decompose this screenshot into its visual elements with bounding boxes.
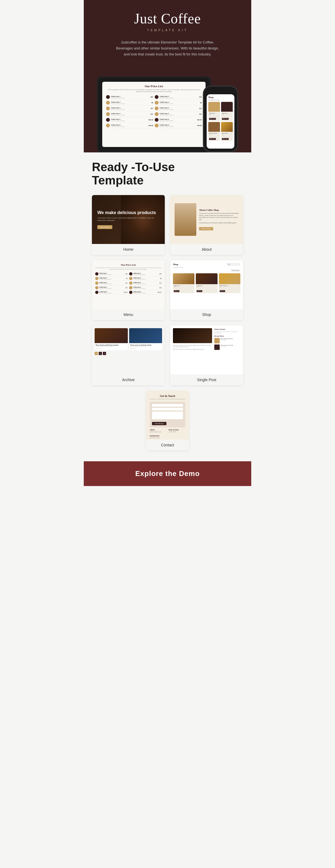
about-preview: About Coffee Shop Lorem ipsum as simple … [170,195,243,244]
explore-demo-button[interactable]: Explore the Demo [94,469,241,478]
shop-product-grid: Cappuccino $18 Add to cart Cappuccino $1… [208,102,233,141]
recent-post-thumbnail [214,338,220,343]
menu-item-icon [95,281,99,285]
add-to-cart-button[interactable]: Add to cart [222,138,229,140]
shop-title: Shop [208,96,233,99]
header-description: Justcoffee is the ultimate Elementor Tem… [113,39,222,57]
single-post-main: Lorem ipsum dolor sit amet, consectetur … [173,328,212,372]
page-btn-2[interactable]: 2 [99,352,102,355]
price-row: Coffee Item 1 Chocolate, Vanilla, Fruitb… [106,94,202,128]
address-title: Address [150,429,166,431]
single-post-template-card[interactable]: Lorem ipsum dolor sit amet, consectetur … [170,326,243,385]
single-post-content: Lorem ipsum dolor sit amet, consectetur … [173,344,212,348]
contact-preview-container: Get In Touch Lorem ipsum is simply dummy… [146,391,189,440]
product-card: Latte Coffee $15 Add to cart [221,122,233,141]
shop-sort-dropdown[interactable]: Default sorting [230,269,241,272]
archive-post-image [129,328,162,343]
about-template-card[interactable]: About Coffee Shop Lorem ipsum as simple … [170,195,243,255]
shop-preview-title: Shop [173,263,178,266]
coffee-icon [155,101,159,104]
coffee-icon [106,95,110,99]
about-cta-button[interactable]: Read all Articles [199,227,213,230]
product-card: Cappuccino $18 Add to cart [173,273,194,293]
price-list-title: Our Price List [106,85,202,88]
price-item: Coffee Item 1 Chocolate, Vanilla, Fruitb… [106,94,153,100]
product-card: Cappuccino $18 Add to cart [208,102,220,121]
page-btn-1[interactable]: 1 [94,352,98,355]
add-to-cart-button[interactable]: Add to cart [222,118,229,120]
contact-description: Lorem ipsum is simply dummy text of the … [150,398,186,400]
archive-template-card[interactable]: Many desktop publishing packages Lorem i… [92,326,165,385]
email-field[interactable] [152,408,183,410]
read-more-link[interactable]: Read more → [96,348,127,349]
menu-item-icon [129,286,133,289]
explore-demo-section[interactable]: Explore the Demo [84,461,251,486]
address-value: 1234 Street Name, City [150,431,166,433]
template-grid-row4: Get In Touch Lorem ipsum is simply dummy… [92,391,243,451]
contact-template-label: Contact [146,440,189,451]
template-grid-row1: We make delicious products Lorem ipsum d… [92,195,243,255]
add-to-cart-button[interactable]: Add to cart [209,118,216,120]
shop-preview-subtitle: Showing all 6 results [173,267,241,268]
menu-item: Coffee Item 5 Chocolate, Vanilla, Fruitb… [95,290,128,295]
single-post-template-label: Single Post [170,374,243,385]
shop-search-box[interactable]: 🔍 [227,263,241,266]
price-list-preview: Our Price List Sed ut perspiciatis unde … [102,82,205,131]
add-to-cart-button[interactable]: Add to cart [209,138,216,140]
coffee-icon [106,124,110,127]
menu-item: Coffee Item 3 Chocolate, Vanilla, Fruitb… [129,281,162,285]
menu-preview-container: Our Price List Sed ut perspiciatis unde … [92,260,165,309]
coffee-icon [106,106,110,110]
home-cta-button[interactable]: See the shop [97,225,112,229]
read-more-link[interactable]: Read more → [130,348,161,349]
recent-post-thumbnail [214,344,220,350]
shop-template-card[interactable]: Shop 🔍 Showing all 6 results Default sor… [170,260,243,320]
shop-preview-mini: Shop Showing all 6 results Cappuccino $1… [207,94,234,143]
message-field[interactable] [152,411,183,419]
menu-item-icon [129,291,133,294]
device-preview-section: Our Price List Sed ut perspiciatis unde … [84,71,251,152]
page-btn-3[interactable]: 3 [103,352,106,355]
price-col-right: Coffee Item 1 Chocolate, Vanilla, Fruitb… [155,94,202,128]
add-to-cart-button[interactable]: Add to cart [220,290,225,292]
menu-item-icon [95,272,99,276]
add-to-cart-button[interactable]: Add to cart [197,290,202,292]
home-headline: We make delicious products [97,210,159,215]
contact-template-card[interactable]: Get In Touch Lorem ipsum is simply dummy… [146,391,189,451]
sidebar-about-text: Lorem ipsum dolor sit amet consectetur a… [214,331,241,334]
archive-post-card: Many desktop publishing packages Lorem i… [94,328,128,350]
tablet-screen: Our Price List Sed ut perspiciatis unde … [102,82,205,147]
product-image [208,102,220,112]
menu-items-grid: Coffee Item 1 Chocolate, Vanilla, Fruitb… [95,272,162,295]
name-field[interactable] [152,404,183,407]
price-item: Coffee Item 4 Chocolate, Vanilla, Fruitb… [155,112,202,117]
submit-button[interactable]: Send Message [152,422,166,425]
price-item: Coffee Item 5 Chocolate, Vanilla, Fruitb… [155,117,202,123]
menu-item-icon [129,281,133,285]
hours-title: Opening Hours [150,435,166,437]
add-to-cart-button[interactable]: Add to cart [174,290,179,292]
menu-item: Coffee Item 4 Chocolate, Vanilla, Fruitb… [129,285,162,290]
sidebar-recent-title: Recent Posts [214,335,241,337]
archive-template-label: Archive [92,374,165,385]
contact-info-grid: Address 1234 Street Name, City Phone & E… [150,429,186,438]
shop-preview-container: Shop 🔍 Showing all 6 results Default sor… [170,260,243,309]
site-subtitle: TEMPLATE KIT [100,29,235,32]
menu-item-icon [95,291,99,294]
archive-post-desc: Lorem ipsum dolor sit amet consectetur [130,346,161,347]
phone-notch [214,89,227,93]
price-item: Coffee Item 3 Chocolate, Vanilla, Fruitb… [155,106,202,112]
about-title: About Coffee Shop [199,209,239,211]
shop-products-grid: Cappuccino $18 Add to cart Cappuccino $1… [173,273,241,293]
home-template-card[interactable]: We make delicious products Lorem ipsum d… [92,195,165,255]
price-item: Coffee Item 2 Chocolate, Vanilla, Fruitb… [106,100,153,106]
coffee-icon [155,106,159,110]
home-preview: We make delicious products Lorem ipsum d… [92,195,165,244]
menu-template-label: Menu [92,309,165,320]
coffee-icon [106,118,110,122]
contact-address: Address 1234 Street Name, City [150,429,166,433]
menu-template-card[interactable]: Our Price List Sed ut perspiciatis unde … [92,260,165,320]
product-image [221,122,233,132]
template-grid-row3: Many desktop publishing packages Lorem i… [92,326,243,385]
single-preview-container: Lorem ipsum dolor sit amet, consectetur … [170,326,243,374]
